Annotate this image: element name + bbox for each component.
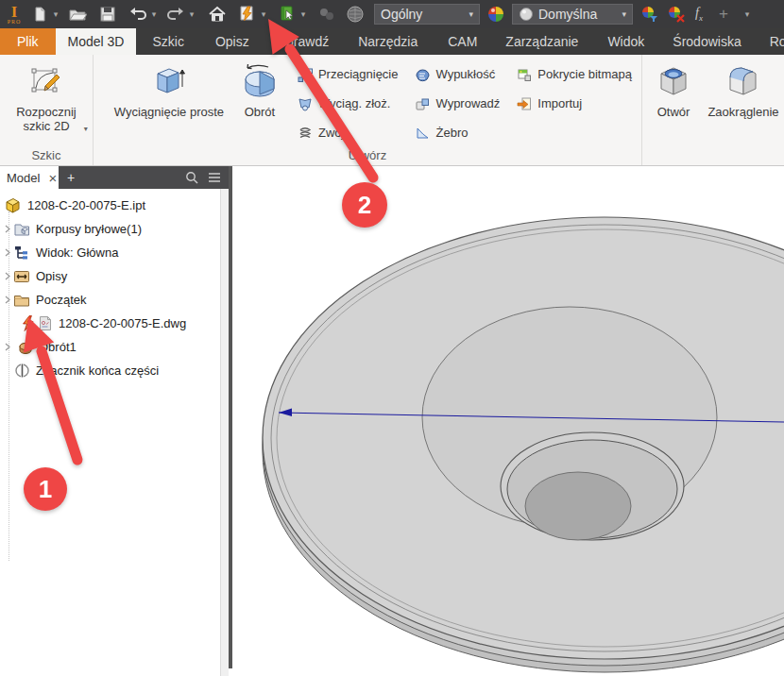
tab-zarzadzanie[interactable]: Zarządzanie	[493, 28, 590, 55]
sweep-button[interactable]: Przeciągnięcie	[292, 59, 408, 89]
expand-chevron-icon[interactable]	[2, 225, 13, 233]
loft-button[interactable]: Wyciąg. złoż.	[292, 89, 408, 118]
solid-bodies-folder-icon	[13, 221, 30, 237]
ribbon-group-modify: Otwór Zaokrąglenie	[642, 55, 784, 165]
tree-item-view-rep[interactable]: Widok: Główna	[0, 241, 229, 264]
local-update-icon[interactable]	[236, 3, 259, 25]
adjust-appearance-icon[interactable]	[639, 3, 661, 25]
ribbon-group-create: Wyciągnięcie proste Obrót Przeciągnięcie	[94, 55, 642, 165]
inventor-window: I PRO ▾ ▾ ▾ ▾ ▾	[0, 0, 784, 676]
start-2d-sketch-button[interactable]: Rozpocznij szkic 2D ▾	[16, 55, 77, 133]
group-label-modify	[642, 148, 784, 165]
tree-item-part-root[interactable]: 1208-C-20-0075-E.ipt	[0, 194, 229, 217]
through-hole	[525, 472, 631, 540]
browser-scrollbar[interactable]	[220, 189, 229, 676]
loft-icon	[298, 96, 313, 111]
home-view-icon[interactable]	[206, 3, 229, 25]
expand-chevron-icon[interactable]	[2, 343, 13, 351]
import-button[interactable]: Importuj	[511, 89, 641, 118]
rib-button[interactable]: Żebro	[409, 118, 509, 147]
start-sketch-dropdown-icon[interactable]: ▾	[84, 122, 88, 136]
expand-chevron-icon[interactable]	[2, 296, 13, 304]
revolve-button[interactable]: Obrót	[235, 55, 284, 119]
fillet-icon	[724, 58, 762, 105]
extrude-icon	[150, 58, 188, 105]
model-browser-panel: Model × + 1208-C-20-0075-E.ipt	[0, 166, 229, 676]
fx-parameters-icon[interactable]: fx	[695, 6, 703, 23]
new-browser-tab-icon[interactable]: +	[59, 166, 83, 189]
inventor-logo: I PRO	[0, 0, 28, 28]
search-icon[interactable]	[180, 166, 203, 189]
sweep-icon	[298, 67, 313, 82]
3d-viewport[interactable]	[232, 166, 784, 676]
undo-icon[interactable]	[127, 3, 149, 25]
qat-add-icon[interactable]: +	[712, 3, 735, 25]
tree-item-end-of-part[interactable]: Znacznik końca części	[0, 359, 229, 382]
folder-icon	[13, 293, 30, 308]
update-dropdown-icon[interactable]: ▾	[259, 9, 268, 19]
create-small-column-3: Pokrycie bitmapą Importuj	[511, 59, 641, 118]
tab-rozpocznij[interactable]: Rozpocznij	[758, 28, 784, 55]
tree-item-dwg-underlay[interactable]: 1208-C-20-0075-E.dwg	[0, 312, 229, 335]
tab-widok[interactable]: Widok	[595, 28, 656, 55]
component-disabled-icon	[315, 3, 338, 25]
tree-item-annotations[interactable]: Opisy	[0, 264, 229, 288]
expand-chevron-icon[interactable]	[2, 248, 13, 257]
tree-item-solid-bodies[interactable]: Korpusy bryłowe(1)	[0, 217, 229, 241]
tab-narzedzia[interactable]: Narzędzia	[346, 28, 430, 55]
emboss-icon	[415, 67, 430, 82]
tab-plik[interactable]: Plik	[0, 28, 56, 55]
browser-tab-model[interactable]: Model ×	[0, 166, 59, 189]
redo-dropdown-icon[interactable]: ▾	[187, 9, 196, 19]
sketch-2d-icon	[28, 58, 64, 105]
save-icon[interactable]	[96, 3, 119, 25]
part-3d-view	[232, 166, 784, 676]
browser-menu-icon[interactable]	[203, 166, 226, 189]
clear-appearance-icon[interactable]	[665, 3, 688, 25]
tab-sprawdz[interactable]: Sprawdź	[265, 28, 341, 55]
appearance-sphere-icon[interactable]	[485, 3, 507, 25]
coil-button[interactable]: Zwój	[292, 118, 408, 147]
dwg-file-icon	[38, 315, 53, 331]
material-browser-icon[interactable]	[344, 3, 366, 25]
emboss-button[interactable]: Wypukłość	[409, 59, 509, 89]
decal-icon	[517, 67, 532, 82]
new-file-icon[interactable]	[28, 3, 51, 25]
tab-model-3d[interactable]: Model 3D	[56, 28, 137, 55]
create-small-column-2: Wypukłość Wyprowadź Żebro	[409, 59, 509, 147]
group-label-create: Utwórz	[94, 148, 641, 165]
coil-icon	[298, 126, 313, 141]
combo-arrow-icon: ▾	[622, 9, 626, 19]
redo-icon[interactable]	[164, 3, 187, 25]
update-lightning-icon	[21, 315, 35, 331]
tab-srodowiska[interactable]: Środowiska	[660, 28, 753, 55]
browser-header: Model × +	[0, 166, 229, 189]
expand-chevron-icon[interactable]	[2, 272, 13, 280]
derive-button[interactable]: Wyprowadź	[409, 89, 509, 118]
undo-dropdown-icon[interactable]: ▾	[149, 9, 159, 19]
style-combo[interactable]: Ogólny ▾	[374, 4, 480, 25]
tree-item-origin-folder[interactable]: Początek	[0, 288, 229, 312]
open-file-icon[interactable]	[66, 3, 89, 25]
extrude-button[interactable]: Wyciągnięcie proste	[103, 55, 235, 119]
tree-item-revolve1[interactable]: Obrót1	[0, 335, 229, 359]
derive-icon	[415, 96, 430, 111]
decal-button[interactable]: Pokrycie bitmapą	[511, 59, 641, 89]
part-document-icon	[4, 196, 22, 214]
end-of-part-icon	[14, 363, 30, 379]
new-file-dropdown-icon[interactable]: ▾	[51, 9, 60, 19]
group-label-sketch: Szkic	[0, 148, 93, 165]
tab-szkic[interactable]: Szkic	[140, 28, 196, 55]
hole-button[interactable]: Otwór	[648, 55, 699, 119]
ribbon-group-sketch: Rozpocznij szkic 2D ▾ Szkic	[0, 55, 94, 165]
hole-icon	[655, 58, 692, 105]
gray-sphere-icon	[519, 7, 534, 22]
qat-overflow-icon[interactable]: ▾	[742, 9, 752, 19]
tab-opisz[interactable]: Opisz	[203, 28, 262, 55]
close-icon[interactable]: ×	[48, 172, 57, 184]
fillet-button[interactable]: Zaokrąglenie	[703, 55, 784, 119]
tab-cam[interactable]: CAM	[435, 28, 489, 55]
book-dropdown-icon[interactable]: ▾	[298, 9, 308, 19]
appearance-combo[interactable]: Domyślna ▾	[512, 4, 633, 25]
tutorials-book-icon[interactable]	[276, 3, 298, 25]
